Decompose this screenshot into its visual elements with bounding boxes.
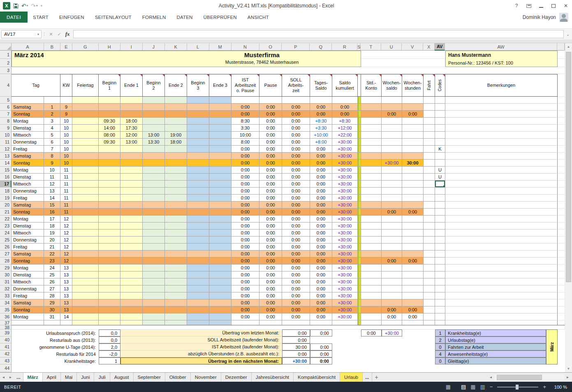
cell-beginn3-17[interactable] [187, 181, 209, 188]
row-header-5[interactable]: 5 [0, 97, 12, 104]
legend-label-43[interactable]: Gleittag(e) [445, 357, 546, 364]
cell-wochensaldo-19[interactable] [382, 195, 402, 202]
cell-saldo-9[interactable]: +12:00 [332, 125, 358, 132]
blank[interactable] [358, 350, 361, 357]
cell-ende1-30[interactable] [120, 271, 143, 278]
sheet-tab-november[interactable]: November [191, 373, 221, 382]
cell-bemerkungen-36[interactable] [445, 313, 558, 320]
cell-stdkonto-6[interactable] [361, 104, 382, 111]
cell-feiertag-19[interactable] [72, 195, 99, 202]
cell-feiertag-35[interactable] [72, 306, 99, 313]
column-header-P[interactable]: P [282, 43, 310, 51]
cell-feiertag-18[interactable] [72, 188, 99, 195]
cell-s-30[interactable] [358, 271, 361, 278]
ribbon-display-button[interactable] [523, 0, 535, 12]
cell-wochenstunden-7[interactable]: 0:00 [402, 111, 424, 118]
cell-wochensaldo-33[interactable] [382, 292, 402, 299]
cell-day-number-22[interactable]: 17 [44, 216, 60, 223]
employee-info-box[interactable]: Personal-Nr.: 123456 / KST: 100 [445, 59, 558, 67]
cell-soll-10[interactable]: 0:00 [282, 132, 310, 139]
blank[interactable] [424, 336, 435, 343]
cell-feiertag-22[interactable] [72, 216, 99, 223]
cell-pause-17[interactable]: 0:00 [259, 181, 282, 188]
cell-ende1-35[interactable] [120, 306, 143, 313]
cell-soll-25[interactable]: 0:00 [282, 237, 310, 244]
cell-stdkonto-36[interactable] [361, 313, 382, 320]
cell-ende2-28[interactable] [165, 257, 187, 264]
cell-beginn3-13[interactable] [187, 153, 209, 160]
cell-fahrt-22[interactable] [424, 216, 435, 223]
cell-ist-17[interactable]: 0:00 [232, 181, 259, 188]
cell-codes-25[interactable] [435, 237, 445, 244]
column-header-A[interactable]: A [12, 43, 44, 51]
cell-stdkonto-9[interactable] [361, 125, 382, 132]
cell-day-number-35[interactable]: 30 [44, 306, 60, 313]
cell-beginn1-13[interactable] [99, 153, 120, 160]
insert-function-button[interactable]: fx [63, 31, 72, 37]
summary-mid-label-41[interactable]: IST Arbeitszeit (laufender Monat): [120, 343, 282, 350]
cell-saldo-24[interactable]: +30:00 [332, 230, 358, 237]
cell-ist-23[interactable]: 0:00 [232, 223, 259, 230]
fill-cell[interactable] [558, 132, 565, 139]
cell-ende3-12[interactable] [209, 146, 232, 153]
cell-kw-35[interactable]: 13 [60, 306, 72, 313]
cell-soll-34[interactable]: 0:00 [282, 299, 310, 306]
cell-s-11[interactable] [358, 139, 361, 146]
cell-day-name-16[interactable]: Dienstag [12, 174, 44, 181]
cell-ist-27[interactable]: 0:00 [232, 251, 259, 257]
cell-day-number-7[interactable]: 2 [44, 111, 60, 118]
fill-cell[interactable] [558, 167, 565, 174]
cell-feiertag-30[interactable] [72, 271, 99, 278]
cell-fahrt-33[interactable] [424, 292, 435, 299]
row-header-1[interactable]: 1 [0, 51, 12, 59]
fill-cell[interactable] [558, 223, 565, 230]
cell-stdkonto-7[interactable] [361, 111, 382, 118]
cell-ende1-14[interactable] [120, 160, 143, 167]
cell-saldo-29[interactable]: +30:00 [332, 264, 358, 271]
cell-wochenstunden-25[interactable] [402, 237, 424, 244]
cell-N5[interactable] [232, 97, 259, 104]
cell-wochenstunden-31[interactable] [402, 278, 424, 285]
cell-feiertag-8[interactable] [72, 118, 99, 125]
row-header-20[interactable]: 20 [0, 202, 12, 209]
cell-stdkonto-25[interactable] [361, 237, 382, 244]
cell-codes-12[interactable]: K [435, 146, 445, 153]
column-header-I[interactable]: I [120, 43, 143, 51]
cell-beginn1-26[interactable] [99, 244, 120, 251]
cell-beginn3-20[interactable] [187, 202, 209, 209]
cell-saldo-13[interactable]: +30:00 [332, 153, 358, 160]
cell-stdkonto-35[interactable] [361, 306, 382, 313]
cell-N37[interactable] [232, 320, 259, 325]
cell-wochenstunden-24[interactable] [402, 230, 424, 237]
cell-day-number-10[interactable]: 5 [44, 132, 60, 139]
cell-wochenstunden-35[interactable]: 0:00 [402, 306, 424, 313]
cell-beginn1-23[interactable] [99, 223, 120, 230]
cell-ende1-9[interactable]: 17:30 [120, 125, 143, 132]
cell-pause-6[interactable]: 0:00 [259, 104, 282, 111]
cell-day-number-17[interactable]: 12 [44, 181, 60, 188]
cell-ende3-22[interactable] [209, 216, 232, 223]
enter-icon[interactable]: ✓ [55, 32, 63, 37]
cell-day-name-33[interactable]: Freitag [12, 292, 44, 299]
cell-soll-11[interactable]: 0:00 [282, 139, 310, 146]
cell-ist-16[interactable]: 0:00 [232, 174, 259, 181]
row-header-40[interactable]: 40 [0, 336, 12, 343]
cell-ende1-11[interactable]: 13:00 [120, 139, 143, 146]
cell-saldo-28[interactable]: +30:00 [332, 257, 358, 264]
cell-wochenstunden-27[interactable] [402, 251, 424, 257]
cell-pause-11[interactable]: 0:00 [259, 139, 282, 146]
cell-X37[interactable] [424, 320, 435, 325]
cell-beginn3-27[interactable] [187, 251, 209, 257]
cell-fahrt-11[interactable] [424, 139, 435, 146]
cell-beginn1-15[interactable] [99, 167, 120, 174]
ribbon-tab-start[interactable]: START [28, 12, 54, 23]
cell-ist-6[interactable]: 0:00 [232, 104, 259, 111]
column-header-T[interactable]: T [361, 43, 381, 51]
cell-bemerkungen-6[interactable] [445, 104, 558, 111]
cell-soll-23[interactable]: 0:00 [282, 223, 310, 230]
cell-beginn1-10[interactable]: 08:00 [99, 132, 120, 139]
cell-A37[interactable] [12, 320, 44, 325]
cell-s-29[interactable] [358, 264, 361, 271]
cell-kw-10[interactable]: 10 [60, 132, 72, 139]
cell-day-name-27[interactable]: Samstag [12, 251, 44, 257]
